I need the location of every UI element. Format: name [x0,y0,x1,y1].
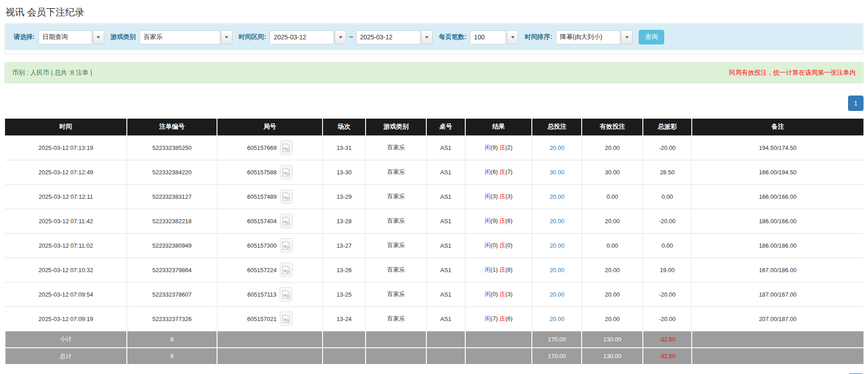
table-row: 2025-03-12 07:11:02 522332380949 6051573… [5,233,863,258]
date-from-combobox: 2025-03-12 [270,30,346,44]
game-type-label: 游戏类别 [111,33,136,41]
cell-game-type: 百家乐 [366,184,427,209]
time-sort-label: 时间排序: [525,33,552,41]
cell-valid-bet: 20.00 [582,209,643,233]
table-row: 2025-03-12 07:12:49 522332384220 6051575… [5,160,863,184]
cell-time: 2025-03-12 07:09:54 [5,282,127,307]
video-replay-button[interactable] [280,189,293,204]
page-size-dropdown-button[interactable] [507,30,518,44]
round-id-value: 605157224 [247,267,277,273]
chevron-down-icon [511,36,515,38]
cell-time: 2025-03-12 07:09:19 [5,307,127,331]
total-bet-link[interactable]: 20.00 [550,316,564,322]
cell-valid-bet: 0.00 [582,184,643,209]
cell-valid-bet: 20.00 [582,307,643,331]
video-replay-button[interactable] [280,214,293,228]
grand-total-count: 8 [127,348,217,364]
header-session: 场次 [323,119,366,135]
result-player-label: 闲 [485,242,491,249]
cell-total-bet: 20.00 [532,258,582,282]
cell-valid-bet: 0.00 [582,233,643,258]
cell-valid-bet: 30.00 [582,160,643,184]
cell-round-id: 605157588 [217,160,323,184]
chevron-down-icon [339,36,342,38]
total-bet-link[interactable]: 20.00 [550,144,564,151]
result-player-label: 闲 [485,217,491,224]
video-replay-button[interactable] [280,238,293,253]
chevron-down-icon [425,36,429,38]
bet-records-table: 时间 注单编号 局号 场次 游戏类别 桌号 结果 总投注 有效投注 总派彩 备注… [5,119,863,365]
cell-table-no: AS1 [426,135,465,160]
cell-remark: 186.00/186.00 [692,233,863,258]
cell-payout: 0.00 [643,184,692,209]
date-from-field[interactable]: 2025-03-12 [270,30,334,44]
cell-result: 闲(9) 庄(2) [465,135,532,160]
select-type-value[interactable]: 日期查询 [39,30,92,44]
total-bet-link[interactable]: 20.00 [550,267,564,273]
cell-result: 闲(6) 庄(7) [465,160,532,184]
date-from-dropdown-button[interactable] [335,30,346,44]
cell-payout: -20.00 [643,135,692,160]
video-replay-button[interactable] [280,287,292,302]
cell-table-no: AS1 [426,307,465,331]
table-row: 2025-03-12 07:10:32 522332379864 6051572… [5,258,863,282]
film-file-icon [282,168,290,177]
cell-round-id: 605157669 [217,135,323,160]
page-1-button[interactable]: 1 [848,96,863,111]
grand-total-payout: -32.50 [643,348,692,364]
table-row: 2025-03-12 07:13:19 522332385250 6051576… [5,135,863,160]
total-bet-link[interactable]: 20.00 [550,242,564,249]
cell-bet-id: 522332380949 [127,233,217,258]
cell-game-type: 百家乐 [366,233,427,258]
search-button[interactable]: 查询 [639,30,664,44]
cell-time: 2025-03-12 07:11:02 [5,233,127,258]
cell-result: 闲(0) 庄(3) [465,282,532,307]
cell-game-type: 百家乐 [366,258,427,282]
total-bet-link[interactable]: 30.00 [550,169,564,176]
cell-result: 闲(7) 庄(6) [465,307,532,331]
result-banker-label: 庄 [499,315,505,322]
date-to-dropdown-button[interactable] [421,30,433,44]
round-id-value: 605157300 [247,242,277,249]
film-file-icon [282,290,290,299]
total-bet-link[interactable]: 20.00 [550,291,564,298]
grand-total-valid-bet: 130.00 [582,348,643,364]
cell-result: 闲(0) 庄(0) [465,233,532,258]
cell-bet-id: 522332385250 [127,135,217,160]
cell-session: 13-24 [323,307,366,331]
select-type-dropdown-button[interactable] [93,30,104,44]
time-sort-dropdown-button[interactable] [621,30,632,44]
subtotal-row: 小计 8 170.00 130.00 -32.50 [5,331,863,348]
cell-session: 13-28 [323,209,366,233]
time-sort-value[interactable]: 降幂(由大到小) [556,30,620,44]
subtotal-total-bet: 170.00 [532,331,582,348]
cell-time: 2025-03-12 07:13:19 [5,135,127,160]
date-to-field[interactable]: 2025-03-12 [356,30,420,44]
cell-time: 2025-03-12 07:12:11 [5,184,127,209]
result-banker-label: 庄 [499,291,505,297]
page-size-value[interactable]: 100 [470,30,506,44]
video-replay-button[interactable] [280,140,293,155]
cell-payout: -20.00 [643,307,692,331]
total-bet-link[interactable]: 20.00 [550,193,564,200]
film-file-icon [282,144,290,152]
cell-session: 13-30 [323,160,366,184]
video-replay-button[interactable] [280,165,293,179]
cell-payout: 0.00 [643,233,692,258]
total-bet-link[interactable]: 20.00 [550,218,564,225]
cell-game-type: 百家乐 [366,282,427,307]
cell-bet-id: 522332379864 [127,258,217,282]
result-banker-score: (0) [505,242,512,249]
video-replay-button[interactable] [280,312,293,326]
header-valid-bet: 有效投注 [582,119,643,135]
game-type-value[interactable]: 百家乐 [140,30,220,44]
video-replay-button[interactable] [280,263,293,277]
game-type-dropdown-button[interactable] [221,30,232,44]
result-player-score: (9) [491,217,498,224]
cell-remark: 167.00/186.00 [692,258,863,282]
round-id-value: 605157113 [247,291,276,298]
cell-valid-bet: 20.00 [582,282,643,307]
result-player-label: 闲 [485,193,491,200]
table-header-row: 时间 注单编号 局号 场次 游戏类别 桌号 结果 总投注 有效投注 总派彩 备注 [5,119,863,135]
cell-session: 13-26 [323,258,366,282]
